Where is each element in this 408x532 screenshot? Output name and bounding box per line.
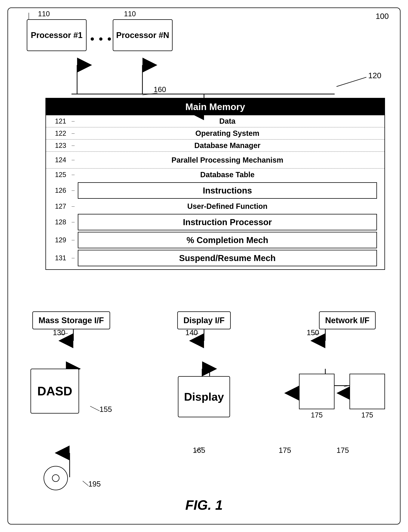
- arrow-126: —: [68, 189, 78, 192]
- network-if: Network I/F: [319, 311, 376, 329]
- network-node-box-1: [299, 374, 334, 409]
- mem-row-121: 121 — Data: [46, 115, 384, 127]
- ref-100: 100: [376, 12, 389, 21]
- svg-line-15: [143, 93, 157, 95]
- cd-icon: [43, 466, 68, 490]
- processor-1-box: 110 Processor #1: [27, 19, 86, 51]
- mem-inst-processor: Instruction Processor: [78, 214, 377, 230]
- processor-n-box: 110 Processor #N: [113, 19, 173, 51]
- ref-128: 128: [46, 218, 68, 226]
- mass-storage-if-container: Mass Storage I/F: [32, 311, 110, 329]
- mem-completion: % Completion Mech: [78, 232, 377, 248]
- mem-row-127: 127 — User-Defined Function: [46, 200, 384, 212]
- svg-text:140: 140: [185, 328, 198, 337]
- display-if-container: Display I/F: [177, 311, 231, 329]
- mem-dbtable: Database Table: [78, 169, 377, 180]
- fig-label: FIG. 1: [185, 497, 223, 513]
- dasd-container: DASD: [30, 369, 79, 414]
- arrow-127: —: [68, 205, 78, 208]
- svg-text:130: 130: [53, 328, 65, 337]
- mass-storage-if: Mass Storage I/F: [32, 311, 110, 329]
- mem-row-129: 129 — % Completion Mech: [46, 232, 384, 248]
- network-nodes-container: 175 175: [299, 374, 385, 419]
- arrow-124: —: [68, 158, 78, 162]
- svg-text:195: 195: [88, 480, 101, 488]
- svg-line-37: [90, 406, 100, 411]
- svg-line-39: [195, 447, 202, 452]
- arrow-129: —: [68, 238, 78, 242]
- arrow-123: —: [68, 144, 78, 147]
- svg-text:150: 150: [307, 328, 319, 337]
- arrow-121: —: [68, 120, 78, 123]
- network-if-container: Network I/F: [319, 311, 376, 329]
- svg-text:165: 165: [193, 446, 205, 454]
- ref-175-1: 175: [311, 411, 323, 419]
- display-device-container: Display: [178, 376, 230, 417]
- svg-line-24: [314, 333, 319, 335]
- mem-ppm: Parallel Processing Mechanism: [78, 154, 377, 166]
- ref-110-2: 110: [124, 10, 136, 18]
- svg-text:175: 175: [337, 446, 349, 454]
- arrow-125: —: [68, 173, 78, 176]
- cd-inner-circle: [52, 474, 60, 482]
- main-memory-container: Main Memory 121 — Data 122 — Operating S…: [45, 98, 385, 270]
- mem-row-123: 123 — Database Manager: [46, 140, 384, 152]
- ref-110-1: 110: [38, 10, 50, 18]
- cd-icon-container: [43, 466, 68, 490]
- svg-text:160: 160: [154, 85, 166, 94]
- mem-dbmgr: Database Manager: [78, 140, 377, 151]
- mem-data: Data: [78, 115, 377, 127]
- mem-os: Operating System: [78, 128, 377, 139]
- mem-row-131: 131 — Suspend/Resume Mech: [46, 250, 384, 266]
- display-if: Display I/F: [177, 311, 231, 329]
- svg-line-8: [337, 77, 366, 87]
- svg-line-20: [60, 333, 68, 335]
- svg-line-43: [83, 481, 88, 486]
- main-memory-header: Main Memory: [46, 98, 384, 115]
- svg-text:155: 155: [100, 405, 112, 413]
- ref-125: 125: [46, 171, 68, 179]
- network-node-box-2: [349, 374, 385, 409]
- ref-175-2: 175: [361, 411, 373, 419]
- svg-text:120: 120: [368, 71, 381, 80]
- ref-122: 122: [46, 130, 68, 137]
- ref-129: 129: [46, 236, 68, 244]
- mem-suspend-resume: Suspend/Resume Mech: [78, 250, 377, 266]
- ref-124: 124: [46, 156, 68, 164]
- mem-udf: User-Defined Function: [78, 201, 377, 212]
- mem-row-128: 128 — Instruction Processor: [46, 214, 384, 230]
- mem-instructions: Instructions: [78, 182, 377, 199]
- mem-row-124: 124 — Parallel Processing Mechanism: [46, 152, 384, 169]
- dasd-box: DASD: [30, 369, 79, 414]
- processor-1: Processor #1: [27, 19, 86, 51]
- mem-row-125: 125 — Database Table: [46, 169, 384, 181]
- ref-123: 123: [46, 142, 68, 149]
- ref-126: 126: [46, 187, 68, 194]
- ref-127: 127: [46, 202, 68, 210]
- processor-n: Processor #N: [113, 19, 173, 51]
- ref-131: 131: [46, 254, 68, 262]
- svg-line-22: [193, 333, 198, 335]
- mem-row-126: 126 — Instructions: [46, 182, 384, 199]
- display-device-box: Display: [178, 376, 230, 417]
- network-node-2: 175: [349, 374, 385, 419]
- arrow-128: —: [68, 220, 78, 224]
- mem-row-122: 122 — Operating System: [46, 127, 384, 140]
- main-diagram: 100: [8, 8, 400, 524]
- network-node-1: 175: [299, 374, 334, 419]
- processor-dots: • • •: [90, 32, 112, 45]
- svg-text:175: 175: [279, 446, 291, 454]
- arrow-131: —: [68, 256, 78, 260]
- arrow-122: —: [68, 132, 78, 135]
- ref-121: 121: [46, 117, 68, 125]
